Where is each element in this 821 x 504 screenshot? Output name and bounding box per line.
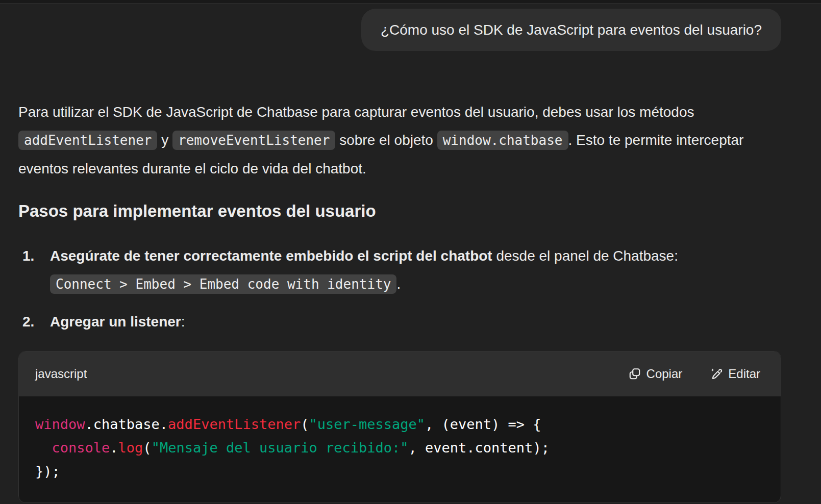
user-message-text: ¿Cómo uso el SDK de JavaScript para even…: [381, 22, 762, 38]
code-token: .: [110, 440, 118, 456]
code-token: window: [35, 416, 85, 432]
step-body: Agregar un listener:: [50, 308, 781, 336]
code-token: });: [35, 463, 60, 479]
code-language-label: javascript: [35, 367, 87, 381]
code-line-2: console.log("Mensaje del usuario recibid…: [35, 436, 764, 460]
intro-text: Para utilizar el SDK de JavaScript de Ch…: [18, 104, 694, 120]
edit-button-label: Editar: [728, 367, 760, 381]
inline-code-window-chatbase: window.chatbase: [437, 131, 568, 150]
step-body: Asegúrate de tener correctamente embebid…: [50, 242, 781, 298]
step-marker: 2.: [18, 308, 50, 336]
steps-heading: Pasos para implementar eventos del usuar…: [18, 201, 781, 221]
code-token: [35, 440, 52, 456]
code-token: , event.content);: [409, 440, 550, 456]
pencil-sparkle-icon: [710, 367, 723, 381]
assistant-message: Para utilizar el SDK de JavaScript de Ch…: [18, 98, 781, 503]
intro-paragraph: Para utilizar el SDK de JavaScript de Ch…: [18, 98, 781, 183]
step-item-2: 2. Agregar un listener:: [18, 308, 781, 336]
user-message-bubble: ¿Cómo uso el SDK de JavaScript para even…: [361, 9, 781, 51]
intro-text: sobre el objeto: [335, 132, 437, 148]
code-token: addEventListener: [168, 416, 301, 432]
intro-text: y: [157, 132, 172, 148]
step-bold-text: Asegúrate de tener correctamente embebid…: [50, 248, 492, 264]
code-block: javascript Copiar: [18, 351, 781, 503]
step-item-1: 1. Asegúrate de tener correctamente embe…: [18, 242, 781, 298]
copy-button[interactable]: Copiar: [628, 367, 683, 381]
steps-list: 1. Asegúrate de tener correctamente embe…: [18, 242, 781, 336]
code-token: (: [143, 440, 151, 456]
edit-button[interactable]: Editar: [710, 367, 760, 381]
inline-code-removeeventlistener: removeEventListener: [172, 131, 335, 150]
code-token: "user-message": [309, 416, 425, 432]
code-token: .chatbase.: [85, 416, 168, 432]
step-text: :: [181, 314, 185, 330]
inline-code-addeventlistener: addEventListener: [18, 131, 157, 150]
copy-icon: [628, 367, 641, 381]
code-block-header: javascript Copiar: [19, 351, 781, 396]
step-bold-text: Agregar un listener: [50, 314, 181, 330]
inline-code-connect-path: Connect > Embed > Embed code with identi…: [50, 274, 396, 294]
window-top-edge: [0, 0, 821, 4]
code-token: , (event) => {: [425, 416, 541, 432]
code-actions: Copiar Editar: [628, 367, 760, 381]
copy-button-label: Copiar: [646, 367, 683, 381]
code-line-1: window.chatbase.addEventListener("user-m…: [35, 413, 764, 436]
code-token: log: [118, 440, 143, 456]
chat-thread: ¿Cómo uso el SDK de JavaScript para even…: [0, 4, 821, 503]
step-marker: 1.: [18, 242, 50, 270]
step-text-suffix: .: [396, 276, 401, 292]
code-content: window.chatbase.addEventListener("user-m…: [19, 396, 781, 502]
code-line-3: });: [35, 460, 764, 483]
step-text: desde el panel de Chatbase:: [492, 248, 678, 264]
code-token: (: [301, 416, 309, 432]
code-token: console: [52, 440, 110, 456]
code-token: "Mensaje del usuario recibido:": [152, 440, 409, 456]
